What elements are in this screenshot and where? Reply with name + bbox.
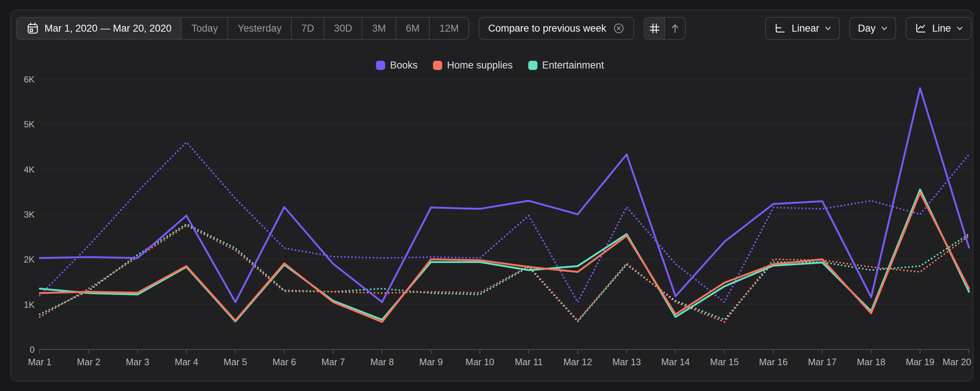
preset-7d-button[interactable]: 7D (291, 18, 324, 39)
x-axis-tick-label: Mar 20 (942, 357, 971, 367)
series-line-home-supplies-previous-week-[interactable] (40, 226, 969, 322)
chart-toolbar: Mar 1, 2020 — Mar 20, 2020 Today Yesterd… (16, 17, 972, 40)
x-axis-tick-label: Mar 16 (759, 357, 788, 367)
scale-dropdown[interactable]: Linear (765, 17, 840, 40)
series-line-entertainment[interactable] (40, 190, 969, 322)
interval-dropdown[interactable]: Day (850, 17, 896, 40)
preset-30d-button[interactable]: 30D (324, 18, 362, 39)
series-line-entertainment-previous-week-[interactable] (40, 224, 969, 321)
entertainment-swatch (528, 61, 538, 70)
x-axis-tick-label: Mar 14 (661, 357, 690, 367)
x-axis-tick-label: Mar 18 (857, 357, 885, 367)
linear-scale-icon (774, 22, 786, 35)
legend-label: Books (390, 60, 418, 71)
chevron-down-icon (825, 26, 831, 31)
interval-dropdown-label: Day (858, 23, 875, 34)
preset-yesterday-button[interactable]: Yesterday (228, 18, 291, 39)
x-axis-tick-label: Mar 6 (273, 357, 296, 367)
compare-chip-label: Compare to previous week (488, 23, 606, 34)
x-axis-tick-label: Mar 13 (612, 357, 641, 367)
arrow-up-icon (669, 22, 681, 34)
y-axis-tick-label: 6K (24, 74, 35, 84)
compare-to-previous-week-chip[interactable]: Compare to previous week (479, 17, 634, 40)
date-range-segmented-control: Mar 1, 2020 — Mar 20, 2020 Today Yesterd… (16, 17, 469, 40)
y-axis-tick-label: 4K (24, 164, 35, 174)
x-axis-tick-label: Mar 2 (77, 357, 100, 367)
y-axis-tick-label: 3K (24, 209, 35, 219)
x-axis-tick-label: Mar 9 (419, 357, 443, 367)
y-axis-tick-label: 2K (24, 254, 35, 264)
legend-item-books[interactable]: Books (376, 60, 418, 71)
legend-label: Home supplies (447, 60, 513, 71)
chevron-down-icon (881, 26, 888, 31)
chart-legend: Books Home supplies Entertainment (0, 59, 980, 72)
calendar-icon (27, 22, 39, 35)
y-axis-tick-label: 0 (30, 345, 35, 354)
line-chart-icon (914, 22, 927, 35)
x-axis-tick-label: Mar 3 (126, 357, 150, 367)
x-axis-tick-label: Mar 19 (906, 357, 934, 367)
chart-display-toggle-group (644, 17, 686, 40)
preset-12m-button[interactable]: 12M (429, 18, 468, 39)
chevron-down-icon (956, 26, 963, 31)
y-axis-tick-label: 5K (24, 119, 35, 129)
x-axis-tick-label: Mar 8 (371, 357, 394, 367)
x-axis-tick-label: Mar 7 (321, 357, 345, 367)
remove-comparison-icon[interactable] (613, 22, 625, 34)
x-axis-tick-label: Mar 4 (175, 357, 198, 367)
analytics-dashboard: { "toolbar": { "date_range": "Mar 1, 202… (0, 0, 980, 391)
grid-icon (649, 22, 660, 34)
grid-view-button[interactable] (644, 18, 664, 39)
x-axis-tick-label: Mar 17 (808, 357, 837, 367)
preset-3m-button[interactable]: 3M (362, 18, 395, 39)
legend-label: Entertainment (542, 60, 604, 71)
export-button[interactable] (664, 18, 685, 39)
scale-dropdown-label: Linear (792, 23, 819, 34)
x-axis-tick-label: Mar 5 (224, 357, 247, 367)
x-axis-tick-label: Mar 12 (563, 357, 592, 367)
series-line-home-supplies[interactable] (40, 193, 969, 322)
x-axis-tick-label: Mar 1 (28, 357, 51, 367)
y-axis-tick-label: 1K (24, 300, 35, 310)
preset-6m-button[interactable]: 6M (395, 18, 429, 39)
home-supplies-swatch (433, 61, 442, 70)
preset-today-button[interactable]: Today (181, 18, 228, 39)
date-range-label: Mar 1, 2020 — Mar 20, 2020 (45, 23, 172, 34)
chart-type-dropdown-label: Line (932, 23, 951, 34)
legend-item-entertainment[interactable]: Entertainment (528, 60, 604, 71)
books-swatch (376, 61, 385, 70)
legend-item-home-supplies[interactable]: Home supplies (433, 60, 513, 71)
chart-type-dropdown[interactable]: Line (906, 17, 972, 40)
x-axis-tick-label: Mar 15 (710, 357, 739, 367)
x-axis-tick-label: Mar 11 (515, 357, 542, 367)
x-axis-tick-label: Mar 10 (466, 357, 495, 367)
date-range-button[interactable]: Mar 1, 2020 — Mar 20, 2020 (17, 18, 181, 39)
